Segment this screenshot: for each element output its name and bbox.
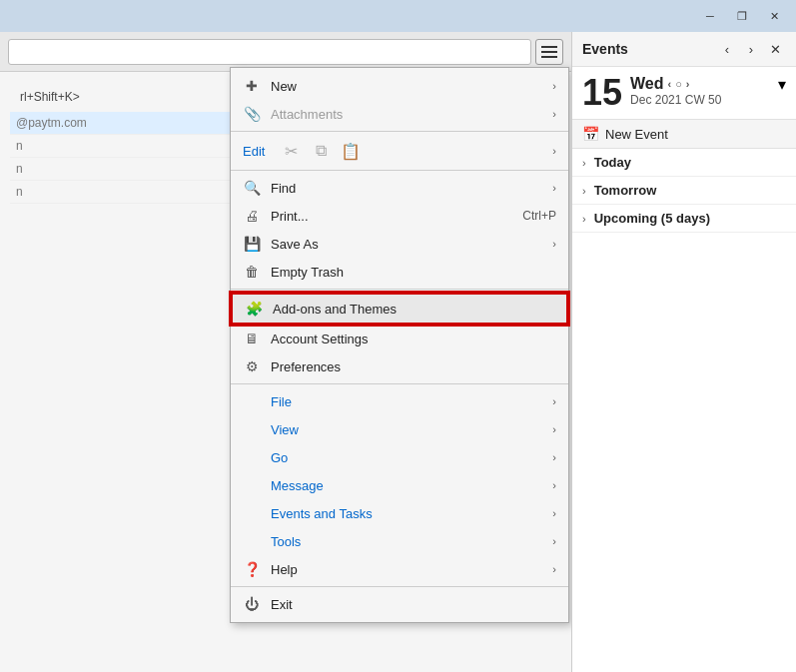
event-section-upcoming[interactable]: › Upcoming (5 days) [572, 205, 796, 233]
paste-icon[interactable]: 📋 [339, 139, 363, 163]
date-info: Wed ‹ ○ › Dec 2021 CW 50 [630, 75, 721, 107]
menu-item-addons[interactable]: 🧩 Add-ons and Themes [231, 293, 568, 325]
preferences-icon: ⚙ [243, 357, 261, 375]
menu-item-tools[interactable]: Tools › [231, 527, 568, 555]
events-prev-button[interactable]: ‹ [716, 38, 738, 60]
menu-item-save-as[interactable]: 💾 Save As › [231, 230, 568, 258]
view-placeholder-icon [243, 420, 261, 438]
edit-label[interactable]: Edit [243, 144, 265, 159]
main-area: rl+Shift+K> @paytm.com n n n ✚ New › 📎 A… [0, 32, 796, 672]
search-bar[interactable] [8, 39, 531, 65]
print-shortcut: Ctrl+P [522, 209, 556, 223]
weekday-text: Wed [630, 75, 663, 93]
help-arrow: › [552, 563, 556, 575]
hamburger-line-1 [541, 46, 557, 48]
exit-label: Exit [271, 597, 556, 612]
tomorrow-label: Tomorrow [594, 183, 657, 198]
file-arrow: › [552, 395, 556, 407]
go-arrow: › [552, 451, 556, 463]
menu-item-account-settings[interactable]: 🖥 Account Settings [231, 325, 568, 352]
right-panel: Events ‹ › ✕ 15 Wed ‹ ○ › Dec 2021 CW 50… [571, 32, 796, 672]
find-icon: 🔍 [243, 179, 261, 197]
menu-item-help[interactable]: ❓ Help › [231, 555, 568, 583]
copy-icon[interactable]: ⧉ [309, 139, 333, 163]
new-icon: ✚ [243, 77, 261, 95]
menu-item-message[interactable]: Message › [231, 471, 568, 499]
empty-trash-label: Empty Trash [271, 265, 556, 280]
events-header: Events ‹ › ✕ [572, 32, 796, 67]
events-next-button[interactable]: › [740, 38, 762, 60]
message-placeholder-icon [243, 476, 261, 494]
today-label: Today [594, 155, 631, 170]
tools-arrow: › [552, 535, 556, 547]
view-label: View [271, 422, 542, 437]
dropdown-menu: ✚ New › 📎 Attachments › Edit ✂ ⧉ 📋 › [230, 67, 569, 623]
go-label: Go [271, 450, 542, 465]
separator-5 [231, 586, 568, 587]
events-nav: ‹ › ✕ [716, 38, 786, 60]
attachments-arrow: › [552, 108, 556, 120]
save-as-icon: 💾 [243, 235, 261, 253]
file-placeholder-icon [243, 392, 261, 410]
events-tasks-placeholder-icon [243, 504, 261, 522]
print-label: Print... [271, 209, 512, 224]
message-label: Message [271, 478, 542, 493]
event-section-tomorrow[interactable]: › Tomorrow [572, 177, 796, 205]
edit-arrow: › [552, 145, 556, 157]
find-arrow: › [552, 182, 556, 194]
minimize-button[interactable]: ─ [696, 6, 724, 26]
events-close-button[interactable]: ✕ [764, 38, 786, 60]
exit-icon: ⏻ [243, 595, 261, 613]
tomorrow-arrow: › [582, 185, 586, 197]
weekday-circle: ○ [675, 78, 682, 90]
menu-item-preferences[interactable]: ⚙ Preferences [231, 352, 568, 380]
separator-3 [231, 289, 568, 290]
date-sub: Dec 2021 CW 50 [630, 93, 721, 107]
menu-item-go[interactable]: Go › [231, 443, 568, 471]
new-event-button[interactable]: 📅 New Event [572, 120, 796, 149]
cut-icon[interactable]: ✂ [279, 139, 303, 163]
account-settings-label: Account Settings [271, 332, 556, 346]
weekday-nav-right[interactable]: › [686, 78, 690, 90]
left-panel: rl+Shift+K> @paytm.com n n n ✚ New › 📎 A… [0, 32, 571, 672]
menu-item-view[interactable]: View › [231, 415, 568, 443]
edit-row: Edit ✂ ⧉ 📋 › [231, 135, 568, 167]
tools-placeholder-icon [243, 532, 261, 550]
events-title: Events [582, 41, 716, 57]
separator-4 [231, 383, 568, 384]
hamburger-button[interactable] [535, 39, 563, 65]
menu-item-find[interactable]: 🔍 Find › [231, 174, 568, 202]
new-event-label: New Event [605, 127, 668, 142]
new-label: New [271, 79, 542, 94]
date-number: 15 [582, 75, 622, 111]
view-arrow: › [552, 423, 556, 435]
hamburger-line-3 [541, 56, 557, 58]
event-section-today[interactable]: › Today [572, 149, 796, 177]
weekday-nav-left[interactable]: ‹ [668, 78, 672, 90]
menu-item-file[interactable]: File › [231, 387, 568, 415]
attachments-label: Attachments [271, 107, 542, 122]
new-arrow: › [552, 80, 556, 92]
menu-item-new[interactable]: ✚ New › [231, 72, 568, 100]
toolbar [0, 32, 571, 72]
menu-item-print[interactable]: 🖨 Print... Ctrl+P [231, 202, 568, 230]
menu-item-events-tasks[interactable]: Events and Tasks › [231, 499, 568, 527]
menu-item-exit[interactable]: ⏻ Exit [231, 590, 568, 618]
tools-label: Tools [271, 534, 542, 549]
addons-label: Add-ons and Themes [273, 302, 554, 317]
save-as-label: Save As [271, 237, 542, 252]
close-button[interactable]: ✕ [760, 6, 788, 26]
events-tasks-arrow: › [552, 507, 556, 519]
find-label: Find [271, 181, 542, 196]
go-placeholder-icon [243, 448, 261, 466]
hamburger-line-2 [541, 51, 557, 53]
separator-2 [231, 170, 568, 171]
titlebar: ─ ❐ ✕ [0, 0, 796, 32]
menu-item-empty-trash[interactable]: 🗑 Empty Trash [231, 258, 568, 286]
preferences-label: Preferences [271, 359, 556, 374]
upcoming-label: Upcoming (5 days) [594, 211, 710, 226]
maximize-button[interactable]: ❐ [728, 6, 756, 26]
separator-1 [231, 131, 568, 132]
menu-item-attachments[interactable]: 📎 Attachments › [231, 100, 568, 128]
calendar-dropdown[interactable]: ▾ [778, 75, 786, 94]
